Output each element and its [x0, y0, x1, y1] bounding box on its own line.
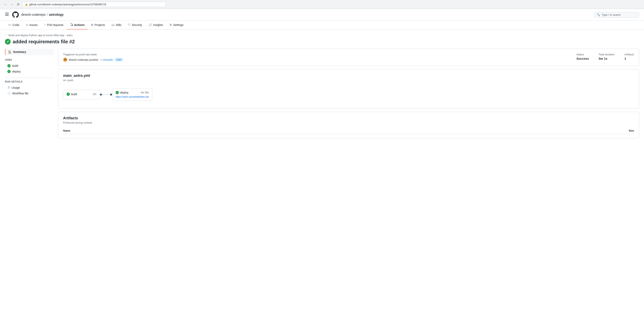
nav-label-settings: Settings	[173, 23, 184, 27]
sidebar-usage[interactable]: ⏱ Usage	[5, 85, 54, 91]
code-icon: <>	[8, 23, 11, 26]
nav-item-insights[interactable]: 📈 Insights	[146, 21, 166, 30]
workflow-trigger: on: push	[63, 79, 634, 82]
job-build-name: build	[71, 93, 77, 96]
page-title: added requirements file #2	[13, 39, 75, 45]
nav-item-pull-requests[interactable]: ⑂ Pull requests	[41, 21, 67, 30]
artifacts-value: 1	[624, 57, 634, 60]
artifacts-subtitle: Produced during runtime	[63, 121, 634, 124]
job-build-duration: 13s	[92, 93, 96, 96]
deploy-job-link[interactable]: https://astro.azurewebsites.net	[116, 95, 149, 98]
nav-tabs: <> Code ⊙ Issues ⑂ Pull requests Actions…	[0, 21, 644, 30]
connector-dot-left	[100, 94, 102, 96]
workflow-card: main_astro.yml on: push ✓ build 13s	[58, 69, 639, 109]
sidebar-job-deploy[interactable]: ✓ deploy	[5, 69, 54, 74]
job-box-build-header: ✓ build 13s	[66, 93, 96, 96]
nav-item-settings[interactable]: ⚙ Settings	[166, 21, 187, 30]
artifacts-col-name: Name	[63, 128, 392, 134]
breadcrumb-text: Build and deploy Python app to Azure Web…	[8, 34, 72, 37]
browser-bar: ← → ⟳ 🔒 github.com/dinesh-coderepo/astro…	[0, 0, 644, 9]
connector-line	[102, 94, 110, 95]
github-logo	[12, 12, 19, 18]
info-row: Triggered via push last week 🧑 dinesh-co…	[63, 53, 634, 62]
pull-requests-icon: ⑂	[44, 23, 46, 26]
nav-item-projects[interactable]: ⊞ Projects	[88, 21, 108, 30]
projects-icon: ⊞	[91, 23, 93, 26]
job-box-deploy[interactable]: ✓ deploy 4m 30s https://astro.azurewebsi…	[112, 88, 152, 101]
status-stat: Status Success	[576, 53, 589, 60]
run-details-section: Run details ⏱ Usage 📄 Workflow file	[5, 80, 54, 96]
breadcrumb[interactable]: ← Build and deploy Python app to Azure W…	[5, 34, 639, 37]
trigger-column: Triggered via push last week 🧑 dinesh-co…	[63, 53, 566, 62]
sidebar-summary-label: Summary	[13, 50, 26, 54]
nav-label-insights: Insights	[153, 23, 163, 27]
artifacts-label: Artifacts	[624, 53, 634, 56]
duration-value: 5m 1s	[599, 57, 614, 60]
workflow-file-icon: 📄	[7, 92, 10, 95]
commit-hash-text[interactable]: c31ce02	[103, 58, 113, 61]
nav-item-wiki[interactable]: 📖 Wiki	[108, 21, 124, 30]
artifacts-title: Artifacts	[63, 116, 634, 120]
usage-icon: ⏱	[7, 86, 10, 89]
info-card: Triggered via push last week 🧑 dinesh-co…	[58, 49, 639, 66]
page-content: ← Build and deploy Python app to Azure W…	[0, 30, 644, 142]
nav-item-actions[interactable]: Actions	[67, 21, 88, 30]
commit-hash: ⊸ c31ce02	[100, 58, 113, 61]
status-value: Success	[576, 57, 589, 60]
trigger-text: Triggered via push last week	[63, 53, 566, 56]
refresh-button[interactable]: ⟳	[16, 2, 20, 7]
deploy-job-success-icon: ✓	[116, 91, 119, 94]
repo-name[interactable]: astrology	[49, 13, 64, 17]
sidebar-workflow-file[interactable]: 📄 Workflow file	[5, 91, 54, 96]
summary-home-icon: 🏠	[8, 50, 12, 54]
jobs-section-title: Jobs	[5, 59, 54, 61]
hamburger-menu[interactable]	[5, 12, 9, 17]
search-placeholder: Type / to search	[602, 13, 621, 16]
nav-label-projects: Projects	[94, 23, 105, 27]
pusher-text: dinesh-coderepo pushed	[69, 58, 98, 61]
sidebar-workflow-file-label: Workflow file	[12, 92, 28, 95]
nav-label-issues: Issues	[30, 23, 38, 27]
job-deploy-name: deploy	[120, 91, 128, 94]
security-icon: 🛡	[128, 23, 130, 26]
back-arrow-icon: ←	[5, 34, 7, 37]
sidebar-summary[interactable]: 🏠 Summary	[5, 49, 54, 55]
main-layout: 🏠 Summary Jobs ✓ build ✓ deploy Run deta…	[5, 49, 639, 138]
nav-label-code: Code	[12, 23, 19, 27]
branch-badge[interactable]: main	[114, 58, 123, 62]
back-button[interactable]: ←	[3, 2, 8, 7]
artifacts-col-size: Size	[392, 128, 634, 134]
nav-item-security[interactable]: 🛡 Security	[124, 21, 146, 30]
pusher-avatar: 🧑	[63, 58, 67, 62]
sidebar-job-build[interactable]: ✓ build	[5, 63, 54, 69]
github-header: dinesh-coderepo / astrology 🔍 Type / to …	[0, 9, 644, 21]
job-box-build[interactable]: ✓ build 13s	[63, 90, 100, 99]
browser-navigation: ← → ⟳	[3, 2, 20, 7]
nav-item-code[interactable]: <> Code	[5, 21, 23, 30]
path-slash: /	[47, 13, 48, 17]
connector-dot-right	[110, 94, 112, 96]
job-deploy-success-icon: ✓	[7, 70, 10, 73]
forward-button[interactable]: →	[10, 2, 15, 7]
nav-label-pull-requests: Pull requests	[47, 23, 64, 27]
nav-item-issues[interactable]: ⊙ Issues	[23, 21, 41, 30]
job-deploy-duration: 4m 30s	[141, 91, 149, 94]
run-success-icon: ✓	[5, 39, 10, 45]
settings-icon: ⚙	[170, 23, 172, 26]
status-label: Status	[576, 53, 589, 56]
lock-icon: 🔒	[25, 3, 28, 6]
trigger-details: 🧑 dinesh-coderepo pushed ⊸ c31ce02 main	[63, 58, 566, 62]
header-right: 🔍 Type / to search	[594, 12, 639, 18]
info-stats: Status Success Total duration 5m 1s Arti…	[576, 53, 634, 60]
url-bar[interactable]: 🔒 github.com/dinesh-coderepo/astrology/a…	[23, 2, 166, 7]
job-flow: ✓ build 13s	[63, 87, 634, 104]
search-box[interactable]: 🔍 Type / to search	[594, 12, 639, 18]
repo-owner[interactable]: dinesh-coderepo	[21, 13, 46, 17]
commit-arrow-icon: ⊸	[100, 58, 102, 61]
build-job-success-icon: ✓	[66, 93, 70, 96]
artifacts-card: Artifacts Produced during runtime Name S…	[58, 112, 639, 138]
sidebar-job-deploy-label: deploy	[12, 70, 20, 73]
job-build-success-icon: ✓	[7, 64, 10, 67]
url-text: github.com/dinesh-coderepo/astrology/act…	[29, 3, 106, 6]
insights-icon: 📈	[149, 23, 152, 26]
